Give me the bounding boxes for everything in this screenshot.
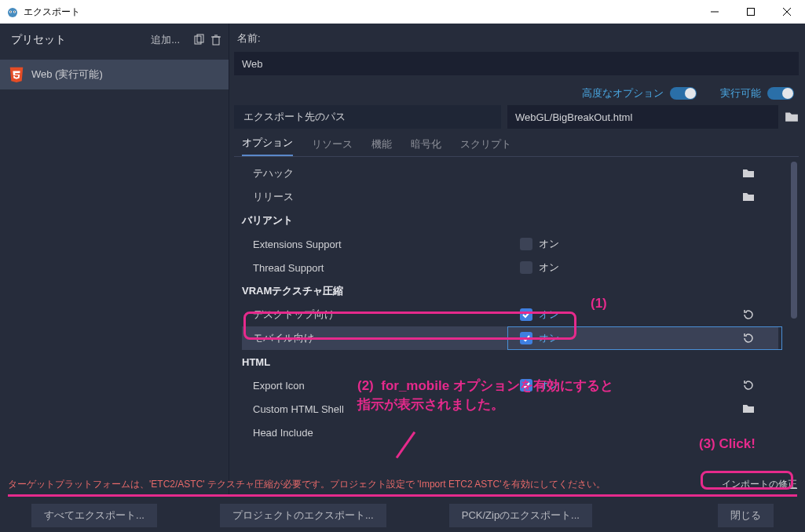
folder-icon[interactable] <box>742 167 755 180</box>
trash-icon[interactable] <box>210 34 222 46</box>
tab-features[interactable]: 機能 <box>371 137 392 156</box>
advanced-options-toggle[interactable]: 高度なオプション <box>582 86 697 100</box>
switch-on-icon <box>767 87 794 100</box>
tab-options[interactable]: オプション <box>242 136 293 156</box>
svg-point-3 <box>10 11 11 12</box>
tab-resources[interactable]: リソース <box>312 137 353 156</box>
reset-icon[interactable] <box>742 332 755 344</box>
opt-html-header: HTML <box>242 356 509 368</box>
scrollbar[interactable] <box>791 162 797 460</box>
svg-point-0 <box>8 8 17 17</box>
name-input[interactable]: Web <box>234 52 799 75</box>
name-label: 名前: <box>234 24 799 52</box>
maximize-button[interactable] <box>733 0 769 24</box>
checkbox-on-icon[interactable] <box>520 308 532 321</box>
checkbox-on-icon[interactable] <box>520 379 532 392</box>
window-title: エクスポート <box>24 5 80 19</box>
browse-folder-icon[interactable] <box>785 110 799 124</box>
export-all-button[interactable]: すべてエクスポート... <box>31 504 157 527</box>
opt-release-label: リリース <box>253 190 520 204</box>
error-text: ターゲットプラットフォームは、'ETC2/ASTC' テクスチャ圧縮が必要です。… <box>8 478 717 491</box>
opt-debug-label: テハック <box>253 166 520 180</box>
bottom-buttons: すべてエクスポート... プロジェクトのエクスポート... PCK/Zipのエク… <box>0 504 805 527</box>
opt-thread-label: Thread Support <box>253 262 520 274</box>
tab-encryption[interactable]: 暗号化 <box>411 137 441 156</box>
reset-icon[interactable] <box>742 308 755 321</box>
checkbox-off-icon[interactable] <box>520 238 532 250</box>
tabs: オプション リソース 機能 暗号化 スクリプト <box>234 133 799 157</box>
preset-panel: プリセット 追加... Web (実行可能) <box>0 24 229 496</box>
close-button[interactable] <box>769 0 805 24</box>
svg-point-4 <box>14 11 15 12</box>
add-preset-link[interactable]: 追加... <box>151 33 180 47</box>
switch-on-icon <box>670 87 697 100</box>
checkbox-off-icon[interactable] <box>520 261 532 274</box>
opt-variant-header: バリアント <box>242 213 509 228</box>
fix-import-link[interactable]: インポートの修正 <box>722 478 797 491</box>
html5-icon <box>8 66 25 83</box>
opt-desktop-label: デスクトップ向け <box>253 308 520 322</box>
tab-script[interactable]: スクリプト <box>460 137 511 156</box>
svg-rect-6 <box>748 9 755 16</box>
app-icon <box>6 5 19 18</box>
preset-item-web[interactable]: Web (実行可能) <box>0 60 229 89</box>
settings-panel: 名前: Web 高度なオプション 実行可能 エクスポート先のパス WebGL/B… <box>229 24 805 496</box>
opt-custom-shell-label: Custom HTML Shell <box>253 403 520 415</box>
runnable-toggle[interactable]: 実行可能 <box>720 86 794 100</box>
opt-export-icon-label: Export Icon <box>253 380 520 392</box>
folder-icon[interactable] <box>742 403 755 415</box>
preset-header-label: プリセット <box>11 33 66 47</box>
svg-rect-11 <box>213 37 219 45</box>
copy-icon[interactable] <box>192 34 205 46</box>
export-path-input[interactable]: WebGL/BigBreakOut.html <box>507 105 778 129</box>
close-dialog-button[interactable]: 閉じる <box>718 504 774 527</box>
export-path-label: エクスポート先のパス <box>234 105 501 129</box>
error-row: ターゲットプラットフォームは、'ETC2/ASTC' テクスチャ圧縮が必要です。… <box>8 475 797 497</box>
checkbox-on-icon[interactable] <box>520 332 532 344</box>
opt-head-include-label: Head Include <box>253 427 520 439</box>
opt-vram-header: VRAMテクスチャ圧縮 <box>242 284 509 298</box>
export-project-button[interactable]: プロジェクトのエクスポート... <box>220 504 386 527</box>
minimize-button[interactable] <box>697 0 733 24</box>
opt-extensions-label: Extensions Support <box>253 239 520 250</box>
reset-icon[interactable] <box>742 379 755 392</box>
opt-mobile-label: モバイル向け <box>253 331 520 345</box>
export-pck-button[interactable]: PCK/Zipのエクスポート... <box>449 504 592 527</box>
preset-item-label: Web (実行可能) <box>31 67 103 82</box>
titlebar: エクスポート <box>0 0 805 24</box>
folder-icon[interactable] <box>742 191 755 203</box>
